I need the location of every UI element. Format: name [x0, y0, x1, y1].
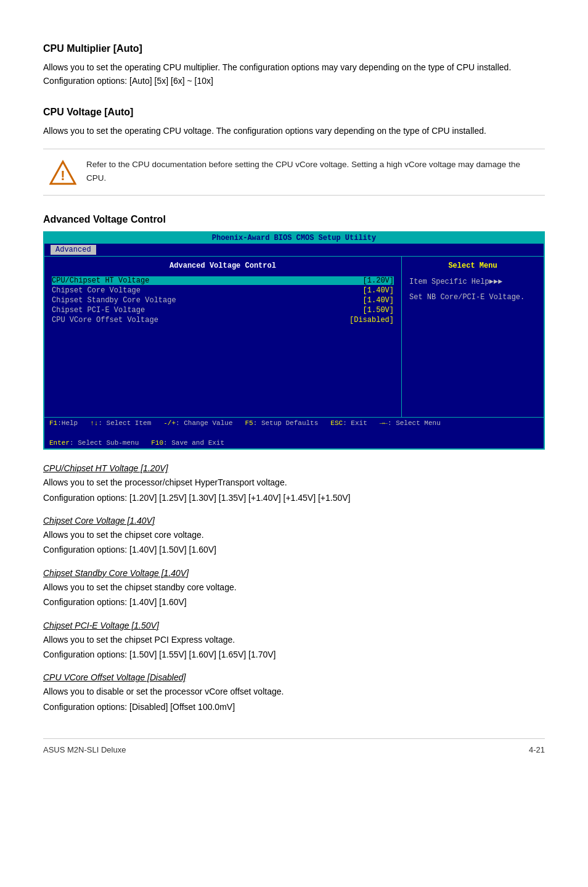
sub-section: CPU/Chipset HT Voltage [1.20V] Allows yo… — [43, 463, 545, 505]
bios-footer-item: F1:Help — [49, 419, 78, 427]
bios-footer-key: F1 — [49, 419, 57, 427]
bios-help-line2: Set NB Core/PCI-E Voltage. — [409, 292, 536, 303]
bios-footer-key: F10 — [151, 439, 163, 447]
sub-text-line1: Allows you to set the chipset PCI Expres… — [43, 633, 545, 646]
bios-footer-item: →←: Select Menu — [380, 419, 441, 427]
bios-footer: F1:Help↑↓: Select Item-/+: Change ValueF… — [44, 417, 544, 448]
bios-footer-key: ↑↓ — [90, 419, 98, 427]
bios-help-line1: Item Specific Help►►► — [409, 276, 536, 288]
bios-footer-item: F10: Save and Exit — [151, 439, 224, 447]
page-footer: ASUS M2N-SLI Deluxe 4-21 — [43, 738, 545, 754]
sub-section: CPU VCore Offset Voltage [Disabled] Allo… — [43, 672, 545, 714]
sub-text-line2: Configuration options: [Disabled] [Offse… — [43, 700, 545, 714]
bios-row-value: [1.50V] — [363, 306, 394, 315]
sub-heading: Chipset PCI-E Voltage [1.50V] — [43, 621, 545, 630]
cpu-voltage-text: Allows you to set the operating CPU volt… — [43, 124, 545, 138]
bios-row-label: CPU VCore Offset Voltage — [52, 316, 158, 324]
bios-row-value: [1.40V] — [363, 286, 394, 295]
warning-box: ! Refer to the CPU documentation before … — [43, 149, 545, 196]
bios-left-title: Advanced Voltage Control — [52, 262, 394, 270]
bios-row[interactable]: Chipset Standby Core Voltage[1.40V] — [52, 296, 394, 305]
bios-menu-bar: Advanced — [44, 244, 544, 256]
bios-footer-item: Enter: Select Sub-menu — [49, 439, 139, 447]
sub-text-line2: Configuration options: [1.20V] [1.25V] [… — [43, 491, 545, 505]
sub-heading: Chipset Core Voltage [1.40V] — [43, 516, 545, 526]
bios-row-label: CPU/Chipset HT Voltage — [52, 276, 149, 285]
sub-text-line1: Allows you to set the processor/chipset … — [43, 476, 545, 489]
bios-title: Phoenix-Award BIOS CMOS Setup Utility — [44, 233, 544, 244]
warning-icon: ! — [49, 159, 76, 186]
sub-text-line1: Allows you to set the chipset core volta… — [43, 528, 545, 542]
bios-footer-key: ESC — [330, 419, 343, 427]
bios-row[interactable]: CPU/Chipset HT Voltage[1.20V] — [52, 276, 394, 285]
advanced-voltage-heading: Advanced Voltage Control — [43, 214, 545, 225]
bios-row-label: Chipset PCI-E Voltage — [52, 306, 145, 315]
bios-row-label: Chipset Core Voltage — [52, 286, 141, 295]
bios-footer-item: ↑↓: Select Item — [90, 419, 151, 427]
bios-right-panel: Select Menu Item Specific Help►►► Set NB… — [402, 257, 544, 417]
bios-left-panel: Advanced Voltage Control CPU/Chipset HT … — [44, 257, 402, 417]
bios-footer-key: →← — [380, 419, 388, 427]
bios-menu-advanced[interactable]: Advanced — [51, 245, 96, 255]
bios-footer-item: -/+: Change Value — [163, 419, 232, 427]
bios-row[interactable]: CPU VCore Offset Voltage[Disabled] — [52, 316, 394, 324]
bios-row-value: [1.20V] — [363, 276, 394, 285]
sub-heading: CPU VCore Offset Voltage [Disabled] — [43, 672, 545, 682]
bios-footer-key: Enter — [49, 439, 70, 447]
sub-section: Chipset Core Voltage [1.40V] Allows you … — [43, 516, 545, 557]
sub-text-line2: Configuration options: [1.40V] [1.60V] — [43, 595, 545, 609]
cpu-multiplier-heading: CPU Multiplier [Auto] — [43, 43, 545, 54]
sub-section: Chipset Standby Core Voltage [1.40V] All… — [43, 568, 545, 609]
bios-content: Advanced Voltage Control CPU/Chipset HT … — [44, 257, 544, 417]
cpu-multiplier-text: Allows you to set the operating CPU mult… — [43, 60, 545, 88]
sub-text-line1: Allows you to set the chipset standby co… — [43, 580, 545, 594]
bios-row[interactable]: Chipset PCI-E Voltage[1.50V] — [52, 306, 394, 315]
bios-footer-key: -/+ — [163, 419, 176, 427]
sub-text-line1: Allows you to disable or set the process… — [43, 685, 545, 698]
sub-heading: CPU/Chipset HT Voltage [1.20V] — [43, 463, 545, 473]
bios-footer-item: F5: Setup Defaults — [245, 419, 318, 427]
bios-row-value: [Disabled] — [349, 316, 394, 324]
bios-row-value: [1.40V] — [363, 296, 394, 305]
warning-text: Refer to the CPU documentation before se… — [86, 158, 539, 184]
bios-footer-key: F5 — [245, 419, 253, 427]
bios-right-title: Select Menu — [409, 262, 536, 270]
cpu-voltage-heading: CPU Voltage [Auto] — [43, 107, 545, 118]
footer-left: ASUS M2N-SLI Deluxe — [43, 745, 126, 754]
sub-section: Chipset PCI-E Voltage [1.50V] Allows you… — [43, 621, 545, 662]
bios-screen: Phoenix-Award BIOS CMOS Setup Utility Ad… — [43, 231, 545, 450]
bios-footer-item: ESC: Exit — [330, 419, 367, 427]
sub-text-line2: Configuration options: [1.50V] [1.55V] [… — [43, 648, 545, 661]
bios-row[interactable]: Chipset Core Voltage[1.40V] — [52, 286, 394, 295]
footer-right: 4-21 — [529, 745, 545, 754]
sub-heading: Chipset Standby Core Voltage [1.40V] — [43, 568, 545, 578]
svg-text:!: ! — [60, 168, 65, 183]
bios-row-label: Chipset Standby Core Voltage — [52, 296, 176, 305]
sub-text-line2: Configuration options: [1.40V] [1.50V] [… — [43, 543, 545, 556]
